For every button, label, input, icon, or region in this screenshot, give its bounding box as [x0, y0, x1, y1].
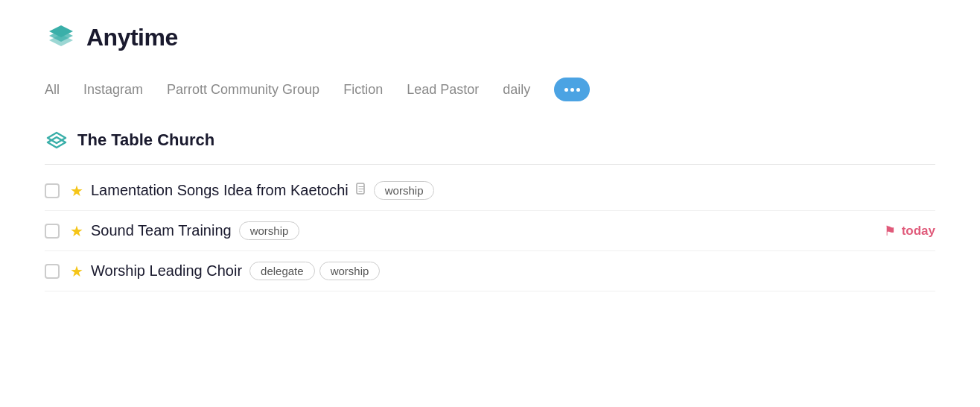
flag-icon-2: ⚑	[884, 223, 896, 239]
filter-daily[interactable]: daily	[503, 82, 530, 98]
task-checkbox-2[interactable]	[45, 224, 60, 239]
app-logo-icon	[45, 21, 77, 54]
dot-2	[570, 88, 574, 92]
task-tag-worship-1: worship	[374, 181, 435, 200]
task-item: ★ Worship Leading Choir delegate worship	[45, 251, 935, 291]
filter-lead-pastor[interactable]: Lead Pastor	[407, 82, 479, 98]
filter-fiction[interactable]: Fiction	[343, 82, 383, 98]
task-item: ★ Sound Team Training worship ⚑ today	[45, 211, 935, 251]
task-checkbox-3[interactable]	[45, 264, 60, 279]
task-star-3[interactable]: ★	[70, 262, 83, 280]
task-tag-worship-3: worship	[319, 262, 381, 280]
task-meta-2: ⚑ today	[884, 223, 935, 239]
filter-more-button[interactable]	[554, 78, 590, 101]
app-header: Anytime	[0, 0, 980, 69]
filter-parrott-community-group[interactable]: Parrott Community Group	[167, 82, 319, 98]
task-doc-icon-1	[356, 183, 368, 199]
dot-3	[576, 88, 580, 92]
task-list: ★ Lamentation Songs Idea from Kaetochi w…	[45, 171, 935, 291]
filter-instagram[interactable]: Instagram	[83, 82, 143, 98]
dot-1	[564, 88, 568, 92]
section-title: The Table Church	[77, 130, 214, 150]
app-title: Anytime	[86, 24, 178, 51]
task-name-2[interactable]: Sound Team Training	[91, 222, 232, 239]
task-star-1[interactable]: ★	[70, 182, 83, 200]
task-tag-delegate-3: delegate	[249, 262, 315, 280]
today-label-2: today	[902, 224, 935, 239]
section-logo-icon	[45, 128, 69, 152]
filter-all[interactable]: All	[45, 82, 60, 98]
task-star-2[interactable]: ★	[70, 222, 83, 240]
task-item: ★ Lamentation Songs Idea from Kaetochi w…	[45, 171, 935, 211]
task-name-3[interactable]: Worship Leading Choir	[91, 262, 242, 280]
filter-bar: All Instagram Parrott Community Group Fi…	[0, 69, 980, 116]
main-content: The Table Church ★ Lamentation Songs Ide…	[0, 116, 980, 291]
task-name-1[interactable]: Lamentation Songs Idea from Kaetochi	[91, 182, 349, 199]
task-tag-worship-2: worship	[239, 221, 300, 240]
task-checkbox-1[interactable]	[45, 183, 60, 198]
section-header: The Table Church	[45, 128, 935, 165]
